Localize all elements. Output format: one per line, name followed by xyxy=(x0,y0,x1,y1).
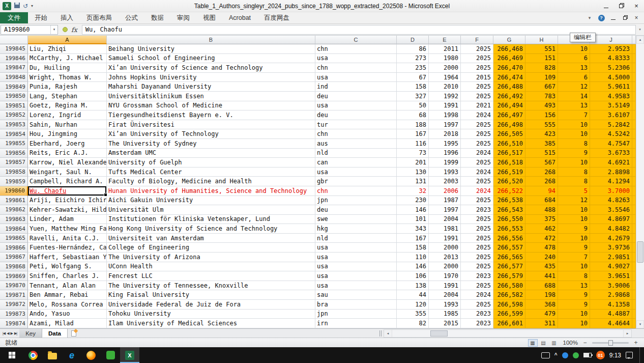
workbook-close-button[interactable]: × xyxy=(632,13,641,22)
cell-C199863[interactable]: swe xyxy=(315,215,397,225)
insert-worksheet-button[interactable] xyxy=(68,329,80,338)
next-sheet-button[interactable]: ▶ xyxy=(11,331,13,336)
cell-A199847[interactable]: Du, Huiling xyxy=(28,63,107,73)
prev-sheet-button[interactable]: ◀ xyxy=(7,331,9,336)
cell-H199847[interactable]: 828 xyxy=(525,63,558,73)
cell-I199852[interactable]: 7 xyxy=(558,110,590,120)
cell-J199856[interactable]: 3.6733 xyxy=(590,149,632,158)
cell-G199846[interactable]: 266,469 xyxy=(493,54,525,64)
cell-B199846[interactable]: Samueli School of Engineering xyxy=(107,54,315,64)
cell-H199853[interactable]: 555 xyxy=(525,120,558,130)
minimize-ribbon-button[interactable]: ▾ xyxy=(585,13,594,22)
cell-H199854[interactable]: 423 xyxy=(525,129,558,139)
cell-I199854[interactable]: 10 xyxy=(558,129,590,139)
cell-A199861[interactable]: Ariji, Eiichiro Ichiro xyxy=(28,196,107,206)
column-header-J[interactable]: J xyxy=(590,36,632,44)
cell-D199860[interactable]: 32 xyxy=(397,186,429,196)
cell-H199846[interactable]: 151 xyxy=(525,54,558,64)
cell-C199854[interactable]: chn xyxy=(315,129,397,139)
cell-F199868[interactable]: 2025 xyxy=(461,262,493,272)
cell-C199860[interactable]: chn xyxy=(315,186,397,196)
cell-F199866[interactable]: 2025 xyxy=(461,243,493,253)
row-header-199862[interactable]: 199862 xyxy=(0,205,28,215)
cell-I199866[interactable]: 9 xyxy=(558,243,590,253)
cell-D199871[interactable]: 44 xyxy=(397,290,429,300)
battery-icon[interactable] xyxy=(583,353,592,357)
cell-B199865[interactable]: Universiteit van Amsterdam xyxy=(107,234,315,243)
cell-C199865[interactable]: nld xyxy=(315,234,397,243)
cell-E199873[interactable]: 1985 xyxy=(429,310,461,319)
cell-H199868[interactable]: 435 xyxy=(525,262,558,272)
cell-B199861[interactable]: Aichi Gakuin University xyxy=(107,196,315,206)
cell-D199867[interactable]: 110 xyxy=(397,253,429,262)
row-header-199850[interactable]: 199850 xyxy=(0,92,28,101)
cell-D199853[interactable]: 188 xyxy=(397,120,429,130)
row-header-199859[interactable]: 199859 xyxy=(0,177,28,186)
qat-customize-button[interactable]: ▾ xyxy=(31,3,33,10)
cell-F199857[interactable]: 2025 xyxy=(461,158,493,167)
cell-A199863[interactable]: Linder, Adam xyxy=(28,215,107,225)
cell-B199847[interactable]: Xi’an University of Science and Technolo… xyxy=(107,63,315,73)
normal-view-button[interactable]: ▦ xyxy=(528,339,538,347)
cell-C199874[interactable]: irn xyxy=(315,319,397,328)
cell-E199853[interactable]: 1997 xyxy=(429,120,461,130)
ribbon-tab-view[interactable]: 视图 xyxy=(196,12,222,23)
cell-I199861[interactable]: 12 xyxy=(558,196,590,206)
cell-J199858[interactable]: 2.8898 xyxy=(590,167,632,177)
cell-C199868[interactable]: usa xyxy=(315,262,397,272)
cell-J199867[interactable]: 2.9851 xyxy=(590,253,632,262)
cell-C199858[interactable]: usa xyxy=(315,167,397,177)
cell-B199848[interactable]: Johns Hopkins University xyxy=(107,73,315,82)
cell-I199850[interactable]: 14 xyxy=(558,92,590,101)
cell-G199848[interactable]: 266,474 xyxy=(493,73,525,82)
row-header-199872[interactable]: 199872 xyxy=(0,300,28,310)
cell-A199848[interactable]: Wright, Thomas W. xyxy=(28,73,107,82)
cell-D199859[interactable]: 131 xyxy=(397,177,429,186)
row-header-199851[interactable]: 199851 xyxy=(0,101,28,111)
cell-J199852[interactable]: 3.6107 xyxy=(590,110,632,120)
row-header-199845[interactable]: 199845 xyxy=(0,44,28,54)
ribbon-tab-home[interactable]: 开始 xyxy=(28,12,54,23)
cell-I199874[interactable]: 10 xyxy=(558,319,590,328)
cell-J199854[interactable]: 4.5242 xyxy=(590,129,632,139)
cell-B199850[interactable]: Universitätsklinikum Essen xyxy=(107,92,315,101)
cell-C199864[interactable]: hkg xyxy=(315,224,397,234)
cell-F199853[interactable]: 2025 xyxy=(461,120,493,130)
taskbar-edge[interactable]: e xyxy=(62,347,81,363)
cell-J199849[interactable]: 5.9611 xyxy=(590,82,632,92)
cell-D199872[interactable]: 120 xyxy=(397,300,429,310)
cell-C199846[interactable]: usa xyxy=(315,54,397,64)
cell-A199853[interactable]: Sahin, Nurhan xyxy=(28,120,107,130)
row-header-199861[interactable]: 199861 xyxy=(0,196,28,206)
row-header-199855[interactable]: 199855 xyxy=(0,139,28,149)
cell-I199859[interactable]: 8 xyxy=(558,177,590,186)
cell-B199868[interactable]: UConn Health xyxy=(107,262,315,272)
cell-E199865[interactable]: 1991 xyxy=(429,234,461,243)
cell-F199870[interactable]: 2025 xyxy=(461,281,493,291)
ribbon-tab-formulas[interactable]: 公式 xyxy=(119,12,144,23)
cell-D199848[interactable]: 67 xyxy=(397,73,429,82)
cell-A199849[interactable]: Punia, Rajesh xyxy=(28,82,107,92)
cell-E199867[interactable]: 2013 xyxy=(429,253,461,262)
cell-B199854[interactable]: Xi’an University of Technology xyxy=(107,129,315,139)
cell-D199861[interactable]: 230 xyxy=(397,196,429,206)
name-box[interactable]: A199860 ▾ xyxy=(1,25,58,35)
cell-D199870[interactable]: 138 xyxy=(397,281,429,291)
cell-H199866[interactable]: 478 xyxy=(525,243,558,253)
zoom-slider[interactable] xyxy=(592,342,629,344)
cell-A199852[interactable]: Lorenz, Ingrid xyxy=(28,110,107,120)
cell-J199863[interactable]: 4.8697 xyxy=(590,215,632,225)
cell-D199874[interactable]: 82 xyxy=(397,319,429,328)
cell-H199851[interactable]: 493 xyxy=(525,101,558,111)
cell-E199857[interactable]: 1999 xyxy=(429,158,461,167)
cell-G199854[interactable]: 266,505 xyxy=(493,129,525,139)
cell-D199856[interactable]: 73 xyxy=(397,149,429,158)
vertical-scroll-thumb[interactable] xyxy=(637,241,643,263)
cell-A199860[interactable]: Wu, Chaofu xyxy=(28,186,107,196)
cell-B199858[interactable]: Tufts Medical Center xyxy=(107,167,315,177)
cell-E199855[interactable]: 1995 xyxy=(429,139,461,149)
cell-E199850[interactable]: 1992 xyxy=(429,92,461,101)
cell-C199849[interactable]: ind xyxy=(315,82,397,92)
start-button[interactable] xyxy=(0,347,23,363)
cell-A199858[interactable]: Weingart, Saul N. xyxy=(28,167,107,177)
